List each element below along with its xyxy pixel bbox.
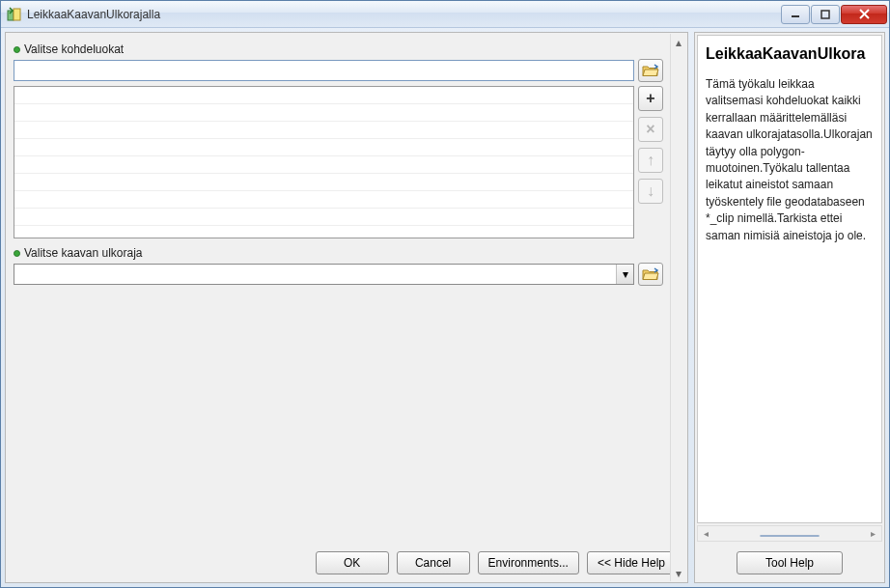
list-side-buttons: + × ↑ ↓: [638, 86, 663, 238]
move-up-button[interactable]: ↑: [638, 148, 663, 173]
remove-button[interactable]: ×: [638, 117, 663, 142]
scroll-down-icon[interactable]: ▾: [671, 565, 686, 581]
folder-open-icon: [642, 267, 659, 281]
help-pane: LeikkaaKaavanUlkora Tämä työkalu leikkaa…: [694, 32, 885, 583]
svg-rect-3: [821, 11, 829, 18]
window-controls: [781, 5, 887, 24]
horizontal-scrollbar[interactable]: ◂ ▸: [697, 525, 882, 542]
parameters-pane: Valitse kohdeluokat +: [5, 32, 688, 583]
arrow-up-icon: ↑: [647, 152, 654, 169]
environments-button[interactable]: Environments...: [478, 551, 579, 574]
field-kavulkoraja: Valitse kaavan ulkoraja ▾: [14, 246, 663, 286]
help-button-bar: Tool Help: [695, 544, 884, 582]
folder-open-icon: [642, 64, 659, 77]
tool-dialog: LeikkaaKaavanUlkorajalla Valitse kohdelu…: [0, 0, 890, 588]
label-text: Valitse kaavan ulkoraja: [24, 246, 143, 260]
scroll-thumb[interactable]: [760, 535, 820, 537]
dialog-button-bar: OK Cancel Environments... << Hide Help: [6, 544, 687, 582]
maximize-button[interactable]: [811, 5, 840, 24]
scroll-right-icon[interactable]: ▸: [865, 528, 881, 539]
minimize-button[interactable]: [781, 5, 810, 24]
arrow-down-icon: ↓: [647, 182, 654, 200]
kavulkoraja-dropdown[interactable]: ▾: [14, 264, 634, 285]
content-area: Valitse kohdeluokat +: [1, 28, 889, 587]
ok-button[interactable]: OK: [316, 551, 389, 574]
scroll-track[interactable]: [671, 50, 686, 565]
help-content: LeikkaaKaavanUlkora Tämä työkalu leikkaa…: [697, 35, 882, 523]
field-label: Valitse kohdeluokat: [14, 42, 663, 56]
scroll-left-icon[interactable]: ◂: [698, 528, 714, 539]
browse-button[interactable]: [638, 263, 663, 286]
titlebar[interactable]: LeikkaaKaavanUlkorajalla: [1, 1, 889, 28]
kohdeluokat-list[interactable]: [14, 86, 634, 238]
move-down-button[interactable]: ↓: [638, 179, 663, 204]
vertical-scrollbar[interactable]: ▴ ▾: [670, 34, 686, 581]
required-dot-icon: [14, 46, 20, 53]
field-kohdeluokat: Valitse kohdeluokat +: [14, 42, 663, 238]
kohdeluokat-input[interactable]: [14, 60, 634, 81]
parameters-scroll: Valitse kohdeluokat +: [6, 33, 671, 544]
help-body: Tämä työkalu leikkaa valitsemasi kohdelu…: [706, 76, 874, 244]
cancel-button[interactable]: Cancel: [397, 551, 470, 574]
tool-help-button[interactable]: Tool Help: [737, 551, 843, 574]
add-button[interactable]: +: [638, 86, 663, 111]
required-dot-icon: [14, 250, 20, 257]
browse-button[interactable]: [638, 59, 663, 82]
plus-icon: +: [646, 90, 654, 107]
field-label: Valitse kaavan ulkoraja: [14, 246, 663, 260]
svg-rect-1: [14, 9, 20, 20]
x-icon: ×: [646, 121, 654, 138]
close-button[interactable]: [841, 5, 887, 24]
app-icon: [7, 7, 22, 22]
chevron-down-icon: ▾: [616, 265, 633, 284]
label-text: Valitse kohdeluokat: [24, 42, 124, 56]
scroll-up-icon[interactable]: ▴: [671, 34, 686, 50]
hide-help-button[interactable]: << Hide Help: [587, 551, 676, 574]
window-title: LeikkaaKaavanUlkorajalla: [27, 8, 781, 21]
help-title: LeikkaaKaavanUlkora: [706, 45, 874, 63]
